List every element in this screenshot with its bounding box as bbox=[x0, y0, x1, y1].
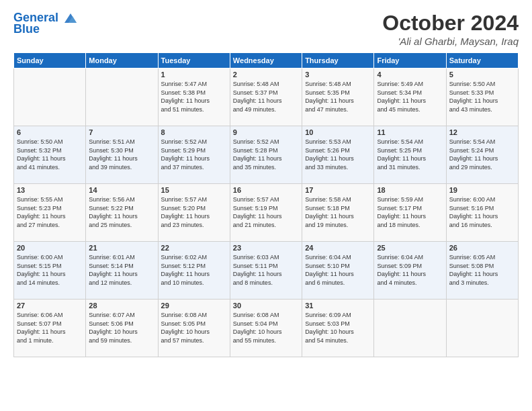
day-number: 6 bbox=[17, 128, 83, 136]
day-info: Sunrise: 5:48 AM Sunset: 5:37 PM Dayligh… bbox=[233, 80, 299, 113]
calendar-day-cell: 23Sunrise: 6:03 AM Sunset: 5:11 PM Dayli… bbox=[230, 242, 302, 300]
day-info: Sunrise: 5:57 AM Sunset: 5:19 PM Dayligh… bbox=[233, 195, 299, 229]
location-title: 'Ali al Gharbi, Maysan, Iraq bbox=[382, 36, 519, 47]
calendar-day-cell bbox=[86, 68, 158, 126]
day-info: Sunrise: 5:56 AM Sunset: 5:22 PM Dayligh… bbox=[89, 195, 154, 229]
day-number: 1 bbox=[161, 71, 227, 79]
header: General Blue October 2024 'Ali al Gharbi… bbox=[13, 11, 519, 47]
day-number: 14 bbox=[89, 186, 154, 194]
calendar-day-cell: 12Sunrise: 5:54 AM Sunset: 5:24 PM Dayli… bbox=[446, 126, 518, 184]
calendar-day-cell: 17Sunrise: 5:58 AM Sunset: 5:18 PM Dayli… bbox=[302, 184, 374, 242]
calendar-day-cell: 28Sunrise: 6:07 AM Sunset: 5:06 PM Dayli… bbox=[86, 300, 158, 357]
calendar-day-cell: 14Sunrise: 5:56 AM Sunset: 5:22 PM Dayli… bbox=[86, 184, 158, 242]
day-info: Sunrise: 5:58 AM Sunset: 5:18 PM Dayligh… bbox=[305, 195, 371, 229]
day-number: 19 bbox=[449, 186, 515, 194]
day-number: 24 bbox=[305, 244, 371, 252]
day-info: Sunrise: 6:06 AM Sunset: 5:07 PM Dayligh… bbox=[17, 311, 83, 345]
day-info: Sunrise: 6:04 AM Sunset: 5:09 PM Dayligh… bbox=[377, 253, 443, 287]
day-number: 30 bbox=[233, 302, 299, 310]
calendar-day-cell: 2Sunrise: 5:48 AM Sunset: 5:37 PM Daylig… bbox=[230, 68, 302, 126]
calendar-day-cell: 29Sunrise: 6:08 AM Sunset: 5:05 PM Dayli… bbox=[158, 300, 230, 357]
day-number: 13 bbox=[17, 186, 83, 194]
day-info: Sunrise: 5:52 AM Sunset: 5:29 PM Dayligh… bbox=[161, 138, 227, 171]
day-info: Sunrise: 5:50 AM Sunset: 5:32 PM Dayligh… bbox=[17, 138, 83, 171]
day-number: 26 bbox=[449, 244, 515, 252]
day-number: 5 bbox=[449, 71, 515, 79]
calendar-day-cell: 10Sunrise: 5:53 AM Sunset: 5:26 PM Dayli… bbox=[302, 126, 374, 184]
day-number: 28 bbox=[89, 302, 154, 310]
calendar-body: 1Sunrise: 5:47 AM Sunset: 5:38 PM Daylig… bbox=[14, 68, 519, 357]
calendar-header-cell: Monday bbox=[86, 53, 158, 68]
calendar-header-cell: Wednesday bbox=[230, 53, 302, 68]
day-info: Sunrise: 6:08 AM Sunset: 5:05 PM Dayligh… bbox=[161, 311, 227, 345]
calendar-header-cell: Sunday bbox=[14, 53, 86, 68]
day-info: Sunrise: 5:49 AM Sunset: 5:34 PM Dayligh… bbox=[377, 80, 443, 113]
calendar-day-cell: 3Sunrise: 5:48 AM Sunset: 5:35 PM Daylig… bbox=[302, 68, 374, 126]
day-info: Sunrise: 6:05 AM Sunset: 5:08 PM Dayligh… bbox=[449, 253, 515, 287]
calendar-day-cell: 25Sunrise: 6:04 AM Sunset: 5:09 PM Dayli… bbox=[374, 242, 446, 300]
day-info: Sunrise: 5:55 AM Sunset: 5:23 PM Dayligh… bbox=[17, 195, 83, 229]
day-number: 16 bbox=[233, 186, 299, 194]
day-number: 3 bbox=[305, 71, 371, 79]
calendar-day-cell bbox=[446, 300, 518, 357]
calendar-day-cell: 20Sunrise: 6:00 AM Sunset: 5:15 PM Dayli… bbox=[14, 242, 86, 300]
day-number: 4 bbox=[377, 71, 443, 79]
day-info: Sunrise: 6:02 AM Sunset: 5:12 PM Dayligh… bbox=[161, 253, 227, 287]
logo: General Blue bbox=[13, 11, 78, 36]
day-number: 11 bbox=[377, 128, 443, 136]
calendar-day-cell: 18Sunrise: 5:59 AM Sunset: 5:17 PM Dayli… bbox=[374, 184, 446, 242]
day-number: 12 bbox=[449, 128, 515, 136]
day-info: Sunrise: 5:57 AM Sunset: 5:20 PM Dayligh… bbox=[161, 195, 227, 229]
day-number: 21 bbox=[89, 244, 154, 252]
page: General Blue October 2024 'Ali al Gharbi… bbox=[0, 0, 532, 411]
month-title: October 2024 bbox=[382, 11, 519, 36]
calendar-day-cell: 7Sunrise: 5:51 AM Sunset: 5:30 PM Daylig… bbox=[86, 126, 158, 184]
day-number: 25 bbox=[377, 244, 443, 252]
day-number: 27 bbox=[17, 302, 83, 310]
day-number: 10 bbox=[305, 128, 371, 136]
calendar-header-cell: Thursday bbox=[302, 53, 374, 68]
day-number: 29 bbox=[161, 302, 227, 310]
calendar-day-cell: 1Sunrise: 5:47 AM Sunset: 5:38 PM Daylig… bbox=[158, 68, 230, 126]
calendar-header-cell: Tuesday bbox=[158, 53, 230, 68]
day-info: Sunrise: 5:51 AM Sunset: 5:30 PM Dayligh… bbox=[89, 138, 154, 171]
day-info: Sunrise: 6:00 AM Sunset: 5:15 PM Dayligh… bbox=[17, 253, 83, 287]
day-info: Sunrise: 5:53 AM Sunset: 5:26 PM Dayligh… bbox=[305, 138, 371, 171]
day-info: Sunrise: 6:07 AM Sunset: 5:06 PM Dayligh… bbox=[89, 311, 154, 345]
calendar-day-cell: 21Sunrise: 6:01 AM Sunset: 5:14 PM Dayli… bbox=[86, 242, 158, 300]
calendar-day-cell: 8Sunrise: 5:52 AM Sunset: 5:29 PM Daylig… bbox=[158, 126, 230, 184]
calendar-day-cell: 16Sunrise: 5:57 AM Sunset: 5:19 PM Dayli… bbox=[230, 184, 302, 242]
day-number: 17 bbox=[305, 186, 371, 194]
calendar-day-cell: 22Sunrise: 6:02 AM Sunset: 5:12 PM Dayli… bbox=[158, 242, 230, 300]
calendar-day-cell: 15Sunrise: 5:57 AM Sunset: 5:20 PM Dayli… bbox=[158, 184, 230, 242]
day-number: 20 bbox=[17, 244, 83, 252]
calendar-week-row: 20Sunrise: 6:00 AM Sunset: 5:15 PM Dayli… bbox=[14, 242, 519, 300]
day-number: 22 bbox=[161, 244, 227, 252]
day-number: 31 bbox=[305, 302, 371, 310]
calendar-day-cell: 9Sunrise: 5:52 AM Sunset: 5:28 PM Daylig… bbox=[230, 126, 302, 184]
day-info: Sunrise: 6:08 AM Sunset: 5:04 PM Dayligh… bbox=[233, 311, 299, 345]
calendar-day-cell: 24Sunrise: 6:04 AM Sunset: 5:10 PM Dayli… bbox=[302, 242, 374, 300]
day-info: Sunrise: 6:03 AM Sunset: 5:11 PM Dayligh… bbox=[233, 253, 299, 287]
day-info: Sunrise: 5:47 AM Sunset: 5:38 PM Dayligh… bbox=[161, 80, 227, 113]
calendar-day-cell: 26Sunrise: 6:05 AM Sunset: 5:08 PM Dayli… bbox=[446, 242, 518, 300]
calendar-header-row: SundayMondayTuesdayWednesdayThursdayFrid… bbox=[14, 53, 519, 68]
calendar-week-row: 6Sunrise: 5:50 AM Sunset: 5:32 PM Daylig… bbox=[14, 126, 519, 184]
day-info: Sunrise: 5:52 AM Sunset: 5:28 PM Dayligh… bbox=[233, 138, 299, 171]
calendar-day-cell: 31Sunrise: 6:09 AM Sunset: 5:03 PM Dayli… bbox=[302, 300, 374, 357]
title-block: October 2024 'Ali al Gharbi, Maysan, Ira… bbox=[382, 11, 519, 47]
calendar-day-cell: 6Sunrise: 5:50 AM Sunset: 5:32 PM Daylig… bbox=[14, 126, 86, 184]
day-number: 18 bbox=[377, 186, 443, 194]
calendar-week-row: 1Sunrise: 5:47 AM Sunset: 5:38 PM Daylig… bbox=[14, 68, 519, 126]
calendar-day-cell: 5Sunrise: 5:50 AM Sunset: 5:33 PM Daylig… bbox=[446, 68, 518, 126]
day-number: 9 bbox=[233, 128, 299, 136]
calendar-day-cell: 4Sunrise: 5:49 AM Sunset: 5:34 PM Daylig… bbox=[374, 68, 446, 126]
day-number: 8 bbox=[161, 128, 227, 136]
calendar-day-cell bbox=[14, 68, 86, 126]
day-info: Sunrise: 5:54 AM Sunset: 5:25 PM Dayligh… bbox=[377, 138, 443, 171]
day-info: Sunrise: 5:48 AM Sunset: 5:35 PM Dayligh… bbox=[305, 80, 371, 113]
day-info: Sunrise: 6:09 AM Sunset: 5:03 PM Dayligh… bbox=[305, 311, 371, 345]
calendar-header-cell: Friday bbox=[374, 53, 446, 68]
calendar-day-cell: 27Sunrise: 6:06 AM Sunset: 5:07 PM Dayli… bbox=[14, 300, 86, 357]
calendar-day-cell bbox=[374, 300, 446, 357]
